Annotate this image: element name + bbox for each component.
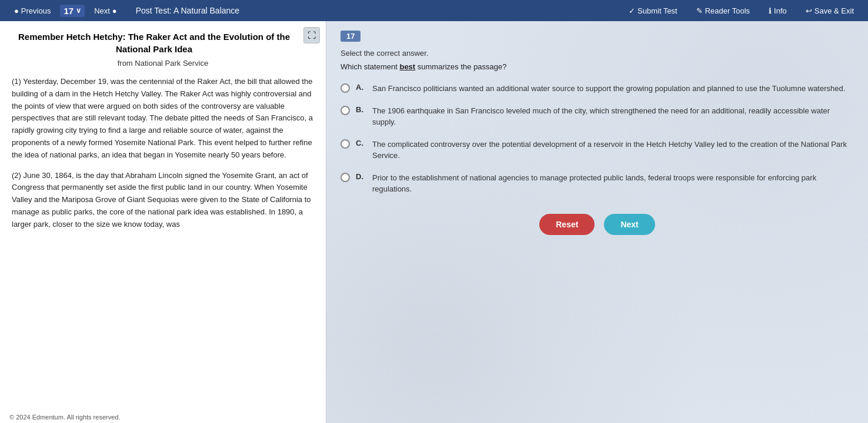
- passage-paragraph-1: (1) Yesterday, December 19, was the cent…: [12, 76, 314, 162]
- option-a-text: San Francisco politicians wanted an addi…: [372, 83, 845, 95]
- action-buttons: Reset Next: [340, 214, 854, 235]
- save-exit-icon: ↩: [806, 6, 812, 15]
- expand-button[interactable]: ⛶: [303, 27, 320, 43]
- passage-title: Remember Hetch Hetchy: The Raker Act and…: [12, 31, 314, 55]
- question-num-value: 17: [64, 6, 74, 16]
- info-icon: ℹ: [769, 6, 772, 15]
- submit-label: Submit Test: [637, 6, 677, 15]
- passage-source: from National Park Service: [12, 59, 314, 68]
- option-b-label: B.: [356, 105, 366, 114]
- option-c-label: C.: [356, 139, 366, 147]
- next-nav-button[interactable]: Next ●: [89, 6, 122, 15]
- right-panel: 17 Select the correct answer. Which stat…: [326, 21, 868, 423]
- left-panel: ⛶ Remember Hetch Hetchy: The Raker Act a…: [0, 21, 326, 423]
- radio-c[interactable]: [340, 139, 350, 149]
- chevron-icon: ∨: [76, 6, 81, 15]
- top-navigation: ● Previous 17 ∨ Next ● Post Test: A Natu…: [0, 0, 868, 21]
- option-b-text: The 1906 earthquake in San Francisco lev…: [372, 105, 854, 128]
- reader-tools-label: Reader Tools: [705, 6, 750, 15]
- footer: © 2024 Edmentum. All rights reserved.: [0, 411, 129, 423]
- nav-left: ● Previous 17 ∨ Next ● Post Test: A Natu…: [9, 5, 239, 17]
- reader-tools-button[interactable]: ✎ Reader Tools: [692, 6, 755, 15]
- option-a[interactable]: A. San Francisco politicians wanted an a…: [340, 83, 854, 95]
- option-d[interactable]: D. Prior to the establishment of nationa…: [340, 172, 854, 195]
- previous-button[interactable]: ● Previous: [9, 6, 55, 15]
- option-d-text: Prior to the establishment of national a…: [372, 172, 854, 195]
- option-a-label: A.: [356, 83, 366, 92]
- info-label: Info: [774, 6, 787, 15]
- option-b[interactable]: B. The 1906 earthquake in San Francisco …: [340, 105, 854, 128]
- radio-a[interactable]: [340, 83, 350, 93]
- question-emphasis: best: [399, 62, 415, 71]
- expand-icon: ⛶: [308, 31, 316, 40]
- submit-test-button[interactable]: ✓ Submit Test: [624, 6, 682, 15]
- radio-b[interactable]: [340, 106, 350, 115]
- save-exit-label: Save & Exit: [814, 6, 854, 15]
- save-exit-button[interactable]: ↩ Save & Exit: [801, 6, 859, 15]
- reset-button[interactable]: Reset: [539, 214, 595, 235]
- main-content: ⛶ Remember Hetch Hetchy: The Raker Act a…: [0, 21, 868, 423]
- question-badge: 17: [340, 31, 360, 42]
- nav-right: ✓ Submit Test ✎ Reader Tools ℹ Info ↩ Sa…: [624, 6, 859, 15]
- option-c-text: The complicated controversy over the pot…: [372, 139, 854, 162]
- reader-tools-icon: ✎: [696, 6, 703, 15]
- passage-paragraph-2: (2) June 30, 1864, is the day that Abrah…: [12, 170, 314, 231]
- question-instruction: Select the correct answer.: [340, 49, 854, 58]
- passage-text: (1) Yesterday, December 19, was the cent…: [12, 76, 314, 231]
- copyright-text: © 2024 Edmentum. All rights reserved.: [9, 414, 120, 421]
- radio-d[interactable]: [340, 173, 350, 182]
- previous-icon: ●: [14, 6, 19, 15]
- question-text: Which statement best summarizes the pass…: [340, 62, 854, 71]
- submit-icon: ✓: [629, 6, 635, 15]
- info-button[interactable]: ℹ Info: [764, 6, 792, 15]
- page-title: Post Test: A Natural Balance: [136, 6, 239, 15]
- next-nav-icon: ●: [112, 6, 117, 15]
- answer-options: A. San Francisco politicians wanted an a…: [340, 83, 854, 195]
- next-button[interactable]: Next: [604, 214, 655, 235]
- option-c[interactable]: C. The complicated controversy over the …: [340, 139, 854, 162]
- option-d-label: D.: [356, 172, 366, 181]
- previous-label: Previous: [21, 6, 51, 15]
- question-number: 17 ∨: [60, 5, 85, 17]
- next-nav-label: Next: [94, 6, 110, 15]
